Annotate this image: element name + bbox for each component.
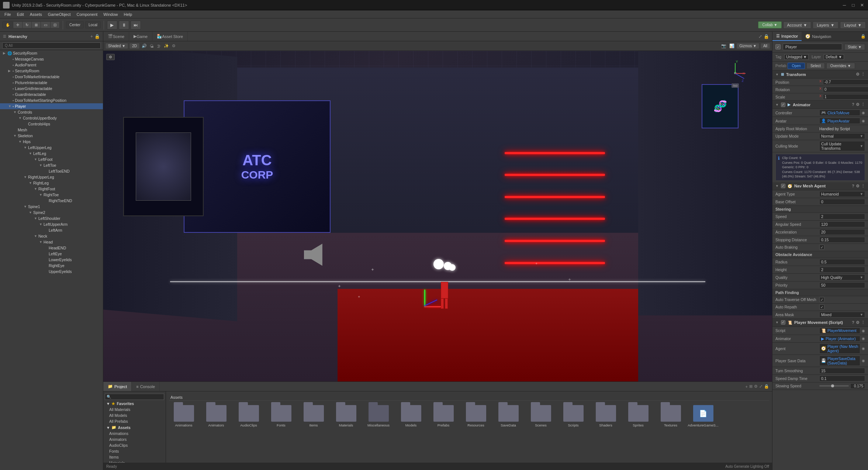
- auto-repath-checkbox[interactable]: ✓: [819, 304, 824, 310]
- tree-item-neck[interactable]: ▼ Neck: [0, 233, 103, 239]
- multi-tool[interactable]: ⊡: [51, 22, 59, 28]
- rect-tool[interactable]: ▭: [41, 22, 51, 28]
- sidebar-assets[interactable]: ▼ 📁 Assets: [103, 424, 166, 431]
- tree-item-doorstart[interactable]: ▪ DoorToMarketStartingPosition: [0, 97, 103, 103]
- tab-inspector[interactable]: ☰ Inspector: [772, 32, 802, 41]
- iso-btn[interactable]: Iso: [732, 83, 739, 88]
- area-mask-dropdown[interactable]: Mixed ▼: [819, 312, 865, 318]
- menu-help[interactable]: Help: [121, 11, 135, 17]
- playermovement-menu[interactable]: ⋮: [861, 320, 865, 325]
- player-movement-section-header[interactable]: ▼ ✓ 📜 Player Movement (Script) ? ⚙ ⋮: [772, 319, 868, 327]
- tree-item-hips[interactable]: ▼ Hips: [0, 139, 103, 145]
- tree-item-controlships[interactable]: ControlsHips: [0, 121, 103, 127]
- tree-item-lowereyelids[interactable]: LowerEyelids: [0, 257, 103, 263]
- project-create-btn[interactable]: +: [746, 384, 748, 389]
- tree-item-rightfoot[interactable]: ▼ RightFoot: [0, 186, 103, 192]
- asset-resources[interactable]: Resources: [461, 404, 491, 429]
- playermovement-settings[interactable]: ⚙: [856, 320, 860, 325]
- menu-file[interactable]: File: [1, 11, 14, 17]
- mode-2d-btn[interactable]: 2D: [129, 43, 139, 49]
- static-button[interactable]: Static ▼: [844, 44, 865, 50]
- update-mode-dropdown[interactable]: Normal ▼: [819, 133, 865, 139]
- player-save-data-field[interactable]: 💾 PlayerSaveData (SaveData): [819, 356, 860, 366]
- camera-view[interactable]: 📷: [720, 43, 727, 49]
- avatar-pick[interactable]: ◉: [862, 119, 865, 123]
- asset-animations[interactable]: Animations: [169, 404, 198, 429]
- tree-item-lefttoe[interactable]: ▼ LeftToe: [0, 162, 103, 168]
- tree-item-securityroom-child[interactable]: ▶ ▪ SecurityRoom: [0, 68, 103, 74]
- asset-animators[interactable]: Animators: [201, 404, 231, 429]
- tree-item-laser[interactable]: ▪ LaserGridInteractable: [0, 86, 103, 91]
- object-name-field[interactable]: [783, 44, 842, 50]
- tree-item-skeleton[interactable]: ▼ Skeleton: [0, 133, 103, 139]
- tree-item-rightupperleg[interactable]: ▼ RightUpperLeg: [0, 174, 103, 180]
- tree-item-audioparent[interactable]: ▪ AudioParent: [0, 62, 103, 68]
- asset-prefabs[interactable]: Prefabs: [429, 404, 458, 429]
- sidebar-animators[interactable]: Animators: [103, 436, 166, 442]
- tree-item-uppereyelids[interactable]: UpperEyelids: [0, 269, 103, 274]
- play-button[interactable]: ▶: [107, 21, 117, 30]
- collab-button[interactable]: Collab ▼: [758, 21, 781, 28]
- tree-item-leftfoot[interactable]: ▼ LeftFoot: [0, 156, 103, 162]
- sidebar-items[interactable]: Items: [103, 454, 166, 460]
- gizmos-btn[interactable]: Gizmos ▼: [737, 43, 759, 49]
- project-settings-btn[interactable]: ⚙: [754, 384, 758, 389]
- stopping-distance-field[interactable]: [819, 237, 865, 243]
- particles-btn[interactable]: ⚙: [171, 43, 176, 49]
- move-tool[interactable]: ✛: [13, 22, 23, 28]
- asset-scripts[interactable]: Scripts: [559, 404, 588, 429]
- scale-tool[interactable]: ⊞: [32, 22, 41, 28]
- sidebar-animations[interactable]: Animations: [103, 431, 166, 436]
- transform-settings[interactable]: ⚙: [856, 72, 860, 77]
- layer-dropdown[interactable]: Default ▼: [824, 54, 844, 60]
- step-button[interactable]: ⏭: [131, 21, 141, 30]
- position-x[interactable]: [823, 79, 868, 85]
- navmesh-settings[interactable]: ⚙: [856, 184, 860, 189]
- playermovement-enabled-checkbox[interactable]: ✓: [781, 320, 785, 325]
- animator-help[interactable]: ?: [852, 102, 854, 107]
- scene-settings-btn[interactable]: ⚙: [106, 54, 115, 60]
- tree-item-rightleg[interactable]: ▼ RightLeg: [0, 180, 103, 186]
- asset-adventuregame[interactable]: 📄 AdventureGameS...: [688, 404, 718, 429]
- tree-item-leftarm[interactable]: LeftArm: [0, 227, 103, 233]
- slowing-speed-thumb[interactable]: [831, 384, 834, 387]
- sidebar-audioclips[interactable]: AudioClips: [103, 442, 166, 448]
- controller-field[interactable]: 🎮 ClickToMove: [819, 110, 860, 116]
- tree-item-picture[interactable]: ▪ PictureInteractable: [0, 80, 103, 86]
- scale-x[interactable]: [823, 94, 868, 100]
- project-lock-btn[interactable]: 🔒: [764, 384, 769, 389]
- pause-button[interactable]: ⏸: [119, 21, 129, 30]
- hand-tool[interactable]: ✋: [3, 22, 13, 28]
- asset-sprites[interactable]: Sprites: [623, 404, 653, 429]
- asset-items[interactable]: Items: [299, 404, 328, 429]
- sidebar-favorites[interactable]: ▼ ★ Favorites: [103, 401, 166, 407]
- layout-button[interactable]: Layout ▼: [840, 21, 866, 29]
- tree-item-messagecanvas[interactable]: ▪ MessageCanvas: [0, 56, 103, 62]
- base-offset-field[interactable]: [819, 199, 865, 205]
- all-btn[interactable]: All: [761, 43, 770, 49]
- auto-braking-checkbox[interactable]: ✓: [819, 245, 824, 250]
- audio-btn[interactable]: 🔊: [141, 43, 148, 49]
- tree-item-spine2[interactable]: ▼ Spine2: [0, 210, 103, 215]
- sidebar-allmodels[interactable]: All Models: [103, 412, 166, 418]
- acceleration-field[interactable]: [819, 229, 865, 235]
- project-maximize-btn[interactable]: ⤢: [759, 384, 762, 389]
- tab-navigation[interactable]: 🧭 Navigation: [802, 32, 835, 41]
- tree-item-leftleg[interactable]: ▼ LeftLeg: [0, 151, 103, 156]
- animator-menu[interactable]: ⋮: [861, 102, 865, 107]
- menu-gameobject[interactable]: GameObject: [45, 11, 74, 17]
- angular-speed-field[interactable]: [819, 221, 865, 227]
- account-button[interactable]: Account ▼: [783, 21, 812, 29]
- inspector-lock-btn[interactable]: 🔒: [861, 34, 866, 39]
- tab-game[interactable]: ▶ Game: [129, 32, 152, 41]
- script-pick[interactable]: ◉: [862, 329, 865, 333]
- tree-item-righttoe[interactable]: ▼ RightToe: [0, 192, 103, 198]
- sidebar-materials[interactable]: Materials: [103, 460, 166, 463]
- agent-type-dropdown[interactable]: Humanoid ▼: [819, 191, 865, 197]
- quality-dropdown[interactable]: High Quality ▼: [819, 274, 865, 280]
- turn-smoothing-field[interactable]: [819, 368, 865, 374]
- asset-fonts[interactable]: Fonts: [266, 404, 296, 429]
- tree-item-head[interactable]: ▼ Head: [0, 239, 103, 245]
- priority-field[interactable]: [819, 282, 865, 288]
- tab-scene[interactable]: 🎬 Scene: [103, 32, 129, 41]
